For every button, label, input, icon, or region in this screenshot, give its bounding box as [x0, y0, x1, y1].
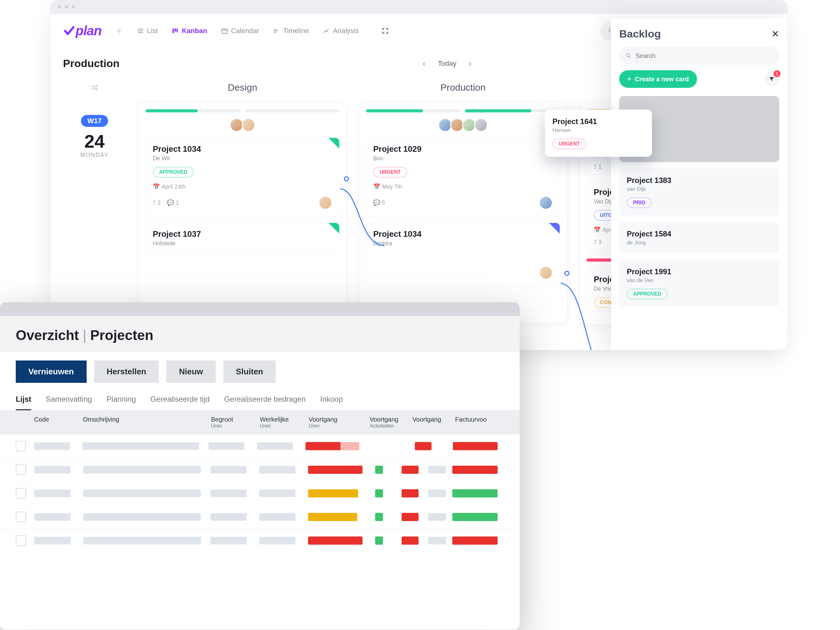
th-factuur[interactable]: Factuurvoo: [455, 416, 504, 429]
card-subtitle: van Dijk: [627, 186, 772, 192]
card-subtitle: De Wit: [153, 155, 332, 162]
th-begroot[interactable]: BegrootUren: [211, 416, 260, 429]
status-badge: APPROVED: [153, 167, 194, 178]
window-chrome: [51, 0, 787, 14]
th-werkelijke[interactable]: WerkelijkeUren: [260, 416, 309, 429]
tab-analysis[interactable]: Analysis: [323, 27, 359, 35]
tab-samenvatting[interactable]: Samenvatting: [46, 395, 92, 410]
row-checkbox[interactable]: [16, 488, 26, 499]
dragged-card[interactable]: Project 1641 Hansen URGENT: [545, 110, 652, 157]
th-omschrijving[interactable]: Omschrijving: [83, 416, 211, 429]
row-checkbox[interactable]: [16, 465, 26, 475]
cell-progress-act: [375, 513, 383, 521]
sluiten-button[interactable]: Sluiten: [223, 361, 276, 383]
table-row[interactable]: [0, 435, 520, 458]
avatar[interactable]: [474, 118, 488, 132]
cell-code: [34, 513, 71, 521]
fullscreen-button[interactable]: [381, 27, 390, 35]
cell-progress-act: [415, 442, 431, 450]
logo[interactable]: plan: [63, 23, 101, 38]
card-title: Project 1383: [627, 176, 772, 185]
connector-node[interactable]: [344, 176, 349, 181]
card-assignee-avatar[interactable]: [539, 266, 553, 280]
tab-calendar[interactable]: Calendar: [221, 27, 259, 35]
create-card-button[interactable]: + Create a new card: [619, 70, 697, 88]
cell-werkelijke: [259, 466, 295, 474]
attachments-count: ⤴ 1: [594, 164, 602, 170]
close-button[interactable]: ✕: [771, 28, 779, 39]
tab-kanban[interactable]: Kanban: [172, 27, 207, 35]
backlog-card[interactable]: Project 1383 van Dijk PRIO: [619, 169, 779, 216]
cell-begroot: [210, 466, 246, 474]
cell-progress-uren: [306, 442, 359, 450]
card-title: Project 1641: [553, 117, 644, 126]
th-code[interactable]: Code: [34, 416, 83, 429]
backlog-search-box[interactable]: [619, 47, 779, 65]
date-nav: ‹ Today ›: [423, 59, 472, 68]
vernieuwen-button[interactable]: Vernieuwen: [16, 361, 87, 383]
tab-inkoop[interactable]: Inkoop: [320, 395, 343, 410]
table-row[interactable]: [0, 529, 520, 553]
prev-button[interactable]: ‹: [423, 59, 425, 68]
overview-title: Overzicht | Projecten: [16, 328, 504, 343]
filter-button[interactable]: 1: [764, 71, 779, 87]
tab-timeline[interactable]: Timeline: [273, 27, 309, 35]
cell-werkelijke: [259, 513, 295, 521]
kanban-card[interactable]: Project 1029 Bos URGENT 📅 May 7th 💬 5: [366, 138, 560, 216]
cell-omschrijving: [83, 513, 201, 521]
table-header: Code Omschrijving BegrootUren Werkelijke…: [0, 410, 520, 435]
status-badge: URGENT: [553, 139, 586, 149]
table-row[interactable]: [0, 505, 520, 529]
cell-progress-2: [401, 466, 418, 474]
kanban-card[interactable]: Project 1034 De Wit APPROVED 📅 April 24t…: [145, 138, 339, 216]
table-row[interactable]: [0, 482, 520, 505]
connector-node[interactable]: [564, 271, 570, 276]
cell-werkelijke: [259, 537, 295, 544]
window-dot: [58, 5, 61, 8]
tab-gerealiseerde-tijd[interactable]: Gerealiseerde tijd: [150, 395, 210, 410]
card-assignee-avatar[interactable]: [319, 196, 332, 210]
shuffle-button[interactable]: [63, 84, 126, 91]
row-checkbox[interactable]: [16, 512, 26, 522]
progress-bar: [366, 109, 461, 112]
column-header-design: Design: [139, 82, 346, 93]
tab-planning[interactable]: Planning: [106, 395, 136, 410]
card-subtitle: Hansen: [553, 127, 644, 134]
backlog-card[interactable]: Project 1584 de Jong: [619, 222, 779, 254]
row-checkbox[interactable]: [16, 535, 26, 546]
row-checkbox[interactable]: [16, 441, 26, 452]
nieuw-button[interactable]: Nieuw: [166, 361, 216, 383]
tab-list[interactable]: List: [137, 27, 158, 35]
status-badge: URGENT: [373, 167, 407, 178]
next-button[interactable]: ›: [469, 59, 472, 68]
th-voortgang-uren[interactable]: VoortgangUren: [309, 416, 370, 429]
status-badge: PRIO: [627, 197, 652, 208]
due-date: 📅 April 24th: [153, 183, 186, 190]
th-voortgang-act[interactable]: VoortgangActiviteiten: [370, 416, 413, 429]
card-title: Project 1037: [153, 229, 332, 239]
overview-title-part2: Projecten: [90, 328, 153, 343]
tab-lijst[interactable]: Lijst: [16, 395, 31, 410]
card-assignee-avatar[interactable]: [539, 196, 553, 210]
kanban-card[interactable]: Project 1037 Hofstede: [145, 223, 339, 254]
table-row[interactable]: [0, 458, 520, 482]
backlog-search-input[interactable]: [636, 52, 773, 60]
kanban-card[interactable]: Project 1034 Dijsktra: [366, 223, 560, 286]
card-subtitle: Bos: [373, 155, 553, 162]
tab-gerealiseerde-bedragen[interactable]: Gerealiseerde bedragen: [224, 395, 306, 410]
cell-code: [34, 490, 71, 497]
card-title: Project 1991: [627, 267, 772, 276]
cell-progress-uren: [308, 537, 363, 545]
tab-timeline-label: Timeline: [283, 27, 309, 35]
logo-text: plan: [76, 23, 101, 38]
cell-progress-2: [401, 537, 418, 545]
backlog-card[interactable]: Project 1991 van de Ven APPROVED: [619, 260, 779, 307]
svg-rect-3: [222, 28, 227, 33]
cell-factuur: [452, 489, 497, 498]
avatar[interactable]: [242, 118, 256, 132]
herstellen-button[interactable]: Herstellen: [94, 361, 159, 383]
add-button[interactable]: +: [114, 26, 124, 36]
cell-skel: [428, 466, 446, 474]
th-voortgang-2[interactable]: Voortgang: [412, 416, 455, 429]
cell-factuur: [452, 513, 497, 521]
